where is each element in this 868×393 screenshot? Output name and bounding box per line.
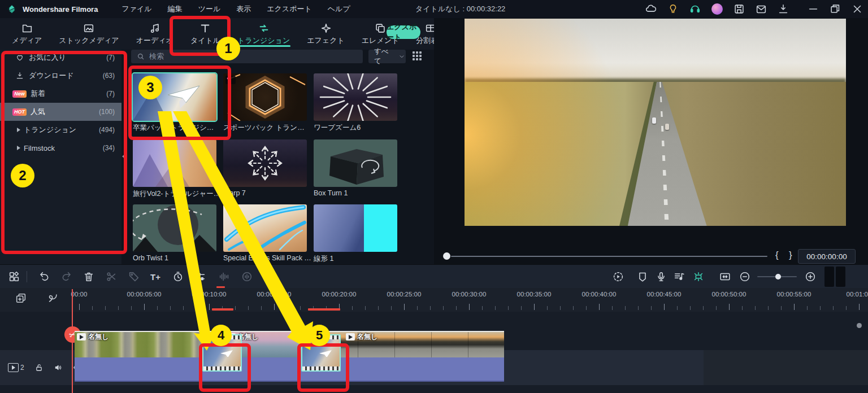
transition-marker (308, 308, 340, 311)
menu-ヘルプ[interactable]: ヘルプ (328, 4, 350, 14)
ruler-timecode: 00:00:30:00 (452, 291, 487, 298)
support-icon[interactable] (689, 3, 701, 15)
annotation-box-3 (128, 66, 231, 140)
tab-トランジション[interactable]: トランジション (229, 18, 298, 45)
titlebar-actions (645, 0, 863, 18)
tab-ストックメディア[interactable]: ストックメディア (50, 18, 127, 45)
asset-label: Special Effects Skill Pack T... (223, 254, 311, 263)
menu-表示[interactable]: 表示 (236, 4, 251, 14)
export-button[interactable]: エクスポート (387, 25, 420, 39)
transition-marker (212, 308, 233, 311)
stockmedia-icon (83, 23, 95, 34)
timeline-panel-toggle[interactable] (824, 267, 834, 287)
audio-mixer-icon[interactable] (218, 270, 231, 283)
annotation-box-4 (199, 343, 251, 392)
close-button[interactable] (851, 3, 863, 15)
menu-ファイル[interactable]: ファイル (121, 4, 151, 14)
undo-button[interactable] (38, 270, 51, 283)
add-text-button[interactable]: T+ (149, 270, 162, 283)
zoom-slider-knob[interactable] (775, 274, 781, 280)
save-icon[interactable] (733, 3, 745, 15)
download-center-icon[interactable] (777, 3, 789, 15)
record-voiceover-icon[interactable] (655, 270, 667, 283)
fit-timeline-icon[interactable] (719, 270, 731, 283)
preview-scrubber: { } 00:00:00:00 (434, 248, 868, 264)
asset-thumb-Special Effects Skill Pack T...[interactable] (223, 204, 307, 252)
tab-エフェクト[interactable]: エフェクト (298, 18, 353, 45)
timeline-ruler[interactable]: 00:0000:00:05:0000:00:10:0000:00:15:0000… (0, 288, 868, 312)
step-circle-4: 4 (210, 325, 232, 346)
scroll-handle[interactable] (857, 323, 862, 328)
asset-label: Warp 7 (223, 189, 311, 198)
snap-icon[interactable] (692, 270, 705, 283)
view-mode-button[interactable] (413, 51, 423, 62)
lock-track-icon[interactable] (34, 363, 44, 373)
speed-button[interactable] (172, 270, 184, 283)
asset-label: Box Turn 1 (314, 189, 402, 198)
zoom-out-button[interactable] (739, 270, 751, 283)
ruler-timecode: 00:00:35:00 (517, 291, 552, 298)
filter-dropdown[interactable]: すべて (368, 50, 406, 63)
ruler-timecode: 00:00:05:00 (127, 291, 162, 298)
cloud-icon[interactable] (645, 3, 657, 15)
tab-label: エフェクト (307, 36, 345, 46)
asset-label: 旅行Vol2-トラベルジャーナル... (133, 189, 221, 198)
render-preview-icon[interactable] (612, 270, 624, 283)
tab-label: メディア (12, 36, 42, 46)
whats-new-icon[interactable] (667, 3, 679, 15)
video-preview[interactable] (465, 19, 846, 226)
tab-メディア[interactable]: メディア (3, 18, 50, 45)
app-title: Wondershare Filmora (23, 5, 98, 14)
split-button[interactable] (105, 270, 118, 283)
scrubber-track[interactable] (451, 256, 767, 257)
ruler-timecode: 00:00:45:00 (647, 291, 682, 298)
mark-out-button[interactable]: } (789, 250, 792, 261)
timeline-zoom-slider[interactable] (757, 276, 797, 277)
mute-track-icon[interactable] (54, 363, 63, 372)
keyframe-route-icon[interactable] (46, 292, 59, 304)
delete-button[interactable] (83, 270, 95, 283)
audio-sync-icon[interactable] (241, 270, 253, 283)
filmora-window: Wondershare Filmora ファイル編集ツール表示エクスポートヘルプ… (0, 0, 868, 393)
ruler-timecode: 00:01:00 (847, 291, 868, 298)
messages-icon[interactable] (755, 3, 767, 15)
redo-button[interactable] (60, 270, 72, 283)
asset-thumb-Box Turn 1[interactable] (314, 139, 397, 187)
timeline-panel-toggle[interactable] (836, 267, 845, 287)
ruler-timecode: 00:00:55:00 (777, 291, 811, 298)
add-track-icon[interactable] (15, 292, 27, 304)
ruler-timecode: 00:00:25:00 (387, 291, 422, 298)
transition-icon (258, 23, 270, 34)
audio-list-icon[interactable] (673, 270, 685, 283)
asset-thumb-スポーツパック トランジション 05[interactable] (223, 73, 307, 121)
search-input[interactable]: 検索 (131, 50, 363, 63)
marker-tag-button[interactable] (128, 270, 140, 283)
filter-value: すべて (374, 47, 393, 66)
asset-label: Orb Twist 1 (133, 254, 221, 263)
restore-button[interactable] (829, 3, 841, 15)
scrubber-knob[interactable] (443, 252, 450, 260)
asset-label: ワープズーム6 (314, 123, 402, 132)
asset-thumb-線形 1[interactable] (314, 204, 397, 252)
minimize-button[interactable] (807, 3, 819, 15)
chevron-down-icon (398, 53, 406, 60)
avatar[interactable] (711, 3, 723, 15)
asset-thumb-ワープズーム6[interactable] (314, 73, 397, 121)
clip-play-icon (77, 333, 86, 340)
asset-thumb-Warp 7[interactable] (223, 139, 307, 187)
track-type-badge: 2 (8, 363, 24, 372)
ruler-timecode: 00:00:50:00 (712, 291, 747, 298)
search-placeholder: 検索 (149, 51, 164, 62)
asset-thumb-Orb Twist 1[interactable] (133, 204, 216, 252)
menu-編集[interactable]: 編集 (168, 4, 183, 14)
menu-エクスポート[interactable]: エクスポート (267, 4, 312, 14)
asset-thumb-旅行Vol2-トラベルジャーナル...[interactable] (133, 139, 216, 187)
adjust-button[interactable] (194, 270, 207, 283)
zoom-in-button[interactable] (804, 270, 817, 283)
marker-icon[interactable] (636, 270, 649, 283)
folder-icon (21, 23, 33, 34)
ruler-timecode: 00:00:10:00 (192, 291, 227, 298)
media-manage-icon[interactable] (8, 270, 20, 283)
mark-in-button[interactable]: { (775, 250, 779, 261)
menu-ツール[interactable]: ツール (198, 4, 221, 14)
